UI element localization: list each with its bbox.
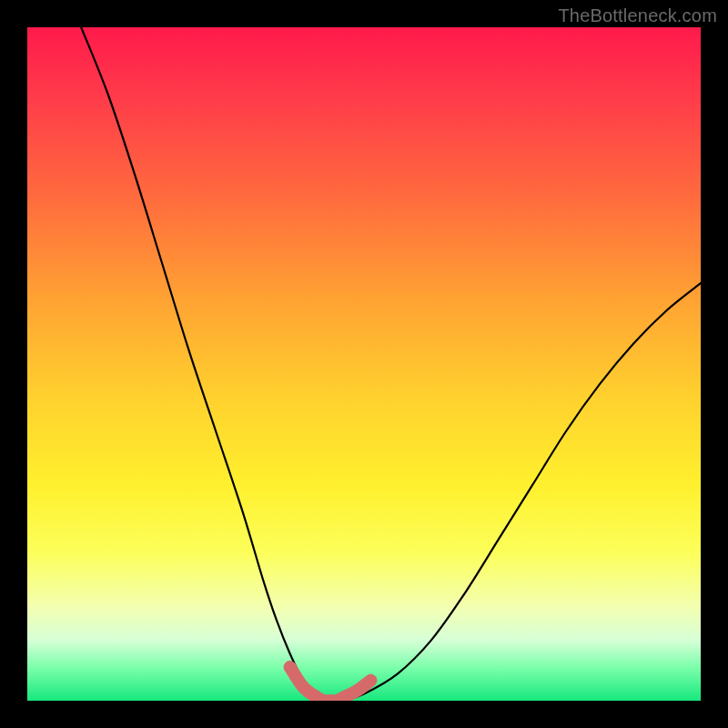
bottleneck-curve <box>81 27 701 701</box>
plot-area <box>27 27 701 701</box>
bottom-marker <box>290 667 371 701</box>
chart-frame: TheBottleneck.com <box>0 0 728 728</box>
curve-svg <box>27 27 701 701</box>
watermark-text: TheBottleneck.com <box>558 5 717 26</box>
